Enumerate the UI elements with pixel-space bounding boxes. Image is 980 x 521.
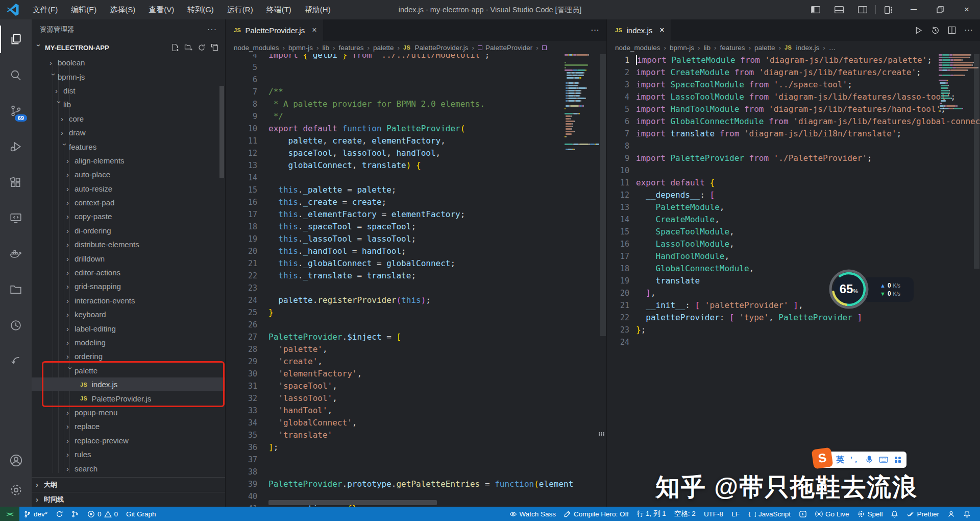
breadcrumb-item[interactable]: palette	[373, 44, 394, 52]
tree-item-popup-menu[interactable]: ›popup-menu	[32, 406, 225, 419]
status-watch-sass[interactable]: Watch Sass	[505, 507, 560, 521]
menu-5[interactable]: 转到(G)	[181, 3, 220, 17]
tree-item-features[interactable]: ›features	[32, 139, 225, 153]
restore-button[interactable]	[927, 0, 953, 19]
status-prettier[interactable]: Prettier	[902, 507, 943, 521]
collapse-all-icon[interactable]	[211, 43, 219, 52]
status-remote-indicator[interactable]: ><	[0, 507, 19, 521]
activity-run-debug-icon[interactable]	[0, 133, 32, 160]
minimize-button[interactable]: ─	[900, 0, 927, 19]
menu-2[interactable]: 编辑(E)	[65, 3, 103, 17]
ime-language-toggle[interactable]: 英	[836, 455, 844, 465]
status-spell-checker[interactable]: Spell	[853, 507, 887, 521]
toggle-secondary-sidebar-icon[interactable]	[851, 0, 874, 19]
tree-item-auto-place[interactable]: ›auto-place	[32, 168, 225, 181]
editor-more-actions-icon[interactable]: ···	[964, 25, 973, 35]
breadcrumb-item[interactable]: PaletteProvider.js	[414, 44, 468, 52]
performance-gauge-overlay[interactable]: 65%	[829, 269, 869, 309]
status-indentation[interactable]: 空格: 2	[670, 507, 700, 521]
timeline-section[interactable]: › 时间线	[32, 492, 225, 506]
status-notifications[interactable]	[959, 507, 975, 521]
sogou-input-logo[interactable]: S	[812, 447, 834, 469]
close-button[interactable]: ×	[953, 0, 980, 19]
tree-item-palette[interactable]: ›palette	[32, 364, 225, 377]
new-folder-icon[interactable]	[184, 43, 192, 52]
status-git-graph-action[interactable]	[67, 507, 83, 521]
tab-paletteprovider[interactable]: JS PaletteProvider.js ×	[226, 19, 323, 41]
breadcrumb-item[interactable]: node_modules	[615, 44, 660, 52]
microphone-icon[interactable]	[866, 456, 873, 464]
tree-item-ordering[interactable]: ›ordering	[32, 349, 225, 363]
minimap[interactable]	[565, 54, 601, 151]
more-actions-icon[interactable]: ···	[207, 25, 217, 34]
toggle-sidebar-icon[interactable]	[804, 0, 827, 19]
editor-scrollbar[interactable]	[600, 54, 606, 336]
status-feedback[interactable]	[943, 507, 959, 521]
activity-remote-explorer-icon[interactable]	[0, 204, 32, 232]
close-icon[interactable]: ×	[659, 26, 664, 35]
tree-item-auto-resize[interactable]: ›auto-resize	[32, 182, 225, 196]
tree-item-rules[interactable]: ›rules	[32, 447, 225, 461]
breadcrumb-item[interactable]: node_modules	[234, 44, 279, 52]
status-sync-changes[interactable]	[52, 507, 67, 521]
tree-item-grid-snapping[interactable]: ›grid-snapping	[32, 279, 225, 293]
tree-item-align-elements[interactable]: ›align-elements	[32, 154, 225, 168]
tree-item-interaction-events[interactable]: ›interaction-events	[32, 294, 225, 307]
horizontal-scrollbar[interactable]	[268, 500, 437, 505]
status-cursor-position[interactable]: 行 1, 列 1	[633, 507, 670, 521]
close-icon[interactable]: ×	[312, 26, 316, 35]
status-git-branch[interactable]: dev*	[19, 507, 52, 521]
breadcrumb-item[interactable]: features	[720, 44, 745, 52]
ime-menu-grid-icon[interactable]	[894, 456, 901, 463]
tree-item-di-ordering[interactable]: ›di-ordering	[32, 224, 225, 238]
new-file-icon[interactable]	[171, 43, 179, 52]
breadcrumb-item[interactable]: palette	[754, 44, 775, 52]
menu-6[interactable]: 运行(R)	[221, 3, 259, 17]
tree-item-copy-paste[interactable]: ›copy-paste	[32, 209, 225, 223]
breadcrumb-item[interactable]: PaletteProvider	[485, 44, 532, 52]
activity-source-control-icon[interactable]: 69	[0, 97, 32, 125]
activity-search-icon[interactable]	[0, 61, 32, 89]
tree-item-modeling[interactable]: ›modeling	[32, 336, 225, 349]
tree-item-replace[interactable]: ›replace	[32, 419, 225, 433]
activity-settings-icon[interactable]	[0, 476, 32, 504]
tree-item-context-pad[interactable]: ›context-pad	[32, 196, 225, 209]
menu-7[interactable]: 终端(T)	[260, 3, 298, 17]
tree-item-replace-preview[interactable]: ›replace-preview	[32, 434, 225, 447]
tree-item-core[interactable]: ›core	[32, 112, 225, 126]
breadcrumb-item[interactable]: features	[339, 44, 364, 52]
project-section-header[interactable]: › MY-ELECTRON-APP	[32, 40, 225, 55]
breadcrumb-item[interactable]: index.js	[796, 44, 819, 52]
activity-extensions-icon[interactable]	[0, 169, 32, 196]
tree-item-draw[interactable]: ›draw	[32, 126, 225, 139]
tree-item-search[interactable]: ›search	[32, 461, 225, 475]
status-problems[interactable]: 00	[83, 507, 122, 521]
tree-item-index.js[interactable]: JSindex.js	[32, 377, 225, 391]
tree-item-distribute-elements[interactable]: ›distribute-elements	[32, 238, 225, 251]
status-go-live[interactable]: Go Live	[811, 507, 853, 521]
status-compile-hero[interactable]: Compile Hero: Off	[560, 507, 633, 521]
tree-item-boolean[interactable]: ›boolean	[32, 56, 225, 69]
toggle-panel-icon[interactable]	[827, 0, 851, 19]
timeline-history-icon[interactable]	[931, 26, 940, 35]
tree-item-lib[interactable]: ›lib	[32, 98, 225, 111]
minimap[interactable]	[939, 54, 974, 115]
breadcrumb[interactable]: node_modules›bpmn-js›lib›features›palett…	[226, 41, 606, 54]
breadcrumb-item[interactable]: lib	[704, 44, 711, 52]
code-editor[interactable]: 123456789101112131415161718192021222324 …	[607, 54, 980, 507]
breadcrumb-item[interactable]: lib	[323, 44, 330, 52]
breadcrumb-item[interactable]: bpmn-js	[288, 44, 313, 52]
status-notifications-alt[interactable]	[887, 507, 902, 521]
menu-1[interactable]: 文件(F)	[27, 3, 64, 17]
breadcrumb[interactable]: node_modules›bpmn-js›lib›features›palett…	[607, 41, 980, 54]
tree-item-keyboard[interactable]: ›keyboard	[32, 307, 225, 321]
status-git-graph[interactable]: Git Graph	[122, 507, 160, 521]
scrollbar-drag-handle[interactable]	[599, 432, 606, 437]
tree-item-label-editing[interactable]: ›label-editing	[32, 321, 225, 335]
ime-toolbar[interactable]: 英 ’，	[821, 452, 906, 468]
activity-gitlens-icon[interactable]	[0, 347, 32, 375]
activity-git-history-icon[interactable]	[0, 312, 32, 339]
activity-docker-icon[interactable]	[0, 240, 32, 268]
refresh-icon[interactable]	[198, 43, 206, 52]
activity-account-icon[interactable]	[0, 446, 32, 474]
